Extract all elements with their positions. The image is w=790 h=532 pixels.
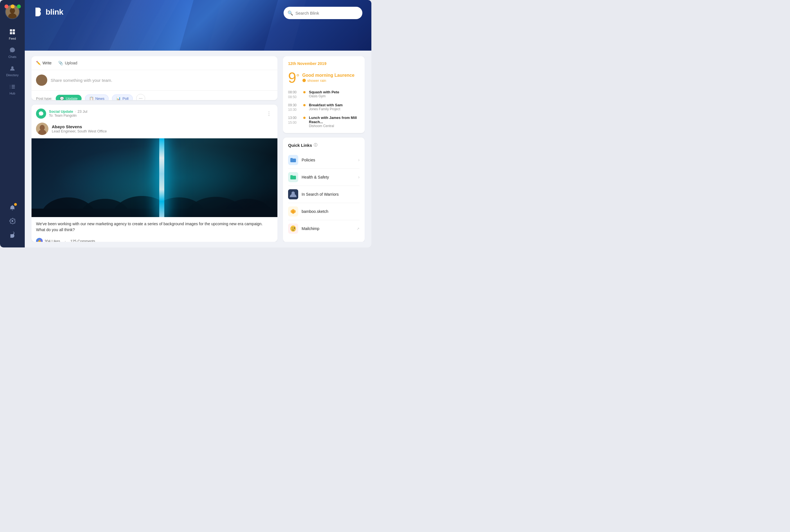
- update-icon: 💬: [60, 96, 64, 100]
- compose-body[interactable]: Share something with your team.: [32, 70, 277, 91]
- maximize-button[interactable]: [17, 4, 21, 8]
- sidebar-item-feed[interactable]: Feed: [2, 26, 22, 43]
- event-item-0: 08:00 08:50 Squash with Pete Oasis Gym: [288, 90, 360, 99]
- quicklink-warriors[interactable]: In Search of Warriors: [288, 186, 360, 203]
- svg-point-7: [11, 66, 14, 69]
- quicklink-policies[interactable]: Policies ›: [288, 152, 360, 169]
- compose-tab-upload[interactable]: 📎 Upload: [58, 60, 77, 66]
- policies-chevron: ›: [358, 157, 360, 163]
- svg-point-1: [10, 8, 15, 14]
- event-item-1: 09:30 10:30 Breakfast with Sam Jones Fam…: [288, 103, 360, 113]
- notifications-button[interactable]: [6, 201, 19, 214]
- sidebar-item-chats[interactable]: Chats: [2, 44, 22, 61]
- post-date: ·: [75, 109, 76, 114]
- blink-logo-icon: [34, 7, 43, 17]
- search-area: 🔍: [283, 7, 362, 19]
- mailchimp-external-icon: ↗: [356, 227, 360, 231]
- directory-icon: [9, 65, 16, 72]
- policies-icon: [288, 155, 298, 165]
- comments-stat: 125 Comments: [70, 239, 95, 242]
- weather-desc: shower rain: [302, 78, 354, 83]
- event-dot-2: [303, 117, 306, 119]
- window-chrome: [4, 4, 21, 8]
- compose-tab-write[interactable]: ✏️ Write: [36, 60, 52, 66]
- sidebar-item-directory[interactable]: Directory: [2, 62, 22, 80]
- svg-point-11: [11, 84, 12, 86]
- svg-rect-3: [10, 29, 12, 32]
- post-type-indicator: [36, 109, 46, 119]
- post-type-news[interactable]: 📋 News: [85, 94, 109, 100]
- bamboo-icon: [288, 206, 298, 216]
- right-column: 12th November 2019 9° Good morning Laure…: [283, 56, 365, 242]
- svg-point-13: [11, 88, 12, 89]
- post-header: Social Update · 23 Jul To: Team Pangolin…: [32, 104, 277, 122]
- main-content: blink 🔍 ✏️ Write: [25, 0, 371, 247]
- weather-row: 9° Good morning Laurence shower rain: [288, 70, 360, 85]
- event-details-2: Lunch with James from Mill Reach... Dish…: [309, 116, 360, 128]
- quicklinks-info-icon: ⓘ: [314, 142, 317, 148]
- header-banner: blink 🔍: [25, 0, 371, 51]
- feed-icon: [9, 29, 16, 36]
- svg-point-41: [291, 227, 292, 230]
- author-name: Abayo Stevens: [52, 124, 107, 129]
- post-author: Abayo Stevens Lead Engineer, South West …: [32, 122, 277, 138]
- post-card: Social Update · 23 Jul To: Team Pangolin…: [32, 104, 277, 242]
- post-date-value: 23 Jul: [78, 109, 88, 114]
- sidebar: Feed Chats Directory: [0, 0, 25, 247]
- quicklink-health-safety[interactable]: Health & Safety ›: [288, 169, 360, 186]
- calendar-day-highlight: 12th: [288, 61, 296, 66]
- settings-button[interactable]: [6, 215, 19, 227]
- quicklink-bamboo[interactable]: bamboo.sketch: [288, 203, 360, 220]
- post-meta: Social Update · 23 Jul To: Team Pangolin: [49, 109, 262, 117]
- post-type-more[interactable]: ···: [136, 94, 145, 100]
- author-info: Abayo Stevens Lead Engineer, South West …: [52, 124, 107, 133]
- app-window: Feed Chats Directory: [0, 0, 371, 247]
- quicklink-mailchimp[interactable]: Mailchimp ↗: [288, 220, 360, 237]
- post-type-update[interactable]: 💬 Update: [56, 95, 81, 100]
- search-input[interactable]: [283, 7, 362, 19]
- weather-temp: 9: [288, 70, 296, 86]
- search-icon: 🔍: [288, 11, 293, 16]
- compose-avatar: [36, 75, 47, 86]
- minimize-button[interactable]: [11, 4, 15, 8]
- sidebar-hub-label: Hub: [10, 92, 15, 95]
- svg-rect-4: [13, 29, 15, 32]
- event-list: 08:00 08:50 Squash with Pete Oasis Gym: [288, 90, 360, 128]
- post-more-button[interactable]: ⋮: [265, 110, 273, 117]
- upload-icon: 📎: [58, 61, 63, 65]
- health-safety-chevron: ›: [358, 175, 360, 180]
- close-button[interactable]: [4, 4, 8, 8]
- blink-logo-text: blink: [45, 7, 63, 17]
- svg-point-12: [11, 86, 12, 88]
- ambient-light: [32, 138, 277, 217]
- sidebar-directory-label: Directory: [6, 73, 19, 77]
- post-type-name: Social Update: [49, 109, 73, 114]
- quicklinks-card: Quick Links ⓘ Policies ›: [283, 137, 365, 242]
- health-safety-label: Health & Safety: [301, 175, 355, 179]
- author-role: Lead Engineer, South West Office: [52, 129, 107, 133]
- calendar-card: 12th November 2019 9° Good morning Laure…: [283, 56, 365, 133]
- quicklinks-title: Quick Links ⓘ: [288, 142, 360, 148]
- blink-icon-button[interactable]: [6, 228, 19, 241]
- bamboo-label: bamboo.sketch: [301, 209, 360, 214]
- post-stats: 👍 304 Likes · 125 Comments: [32, 237, 277, 242]
- warriors-icon: [288, 189, 298, 200]
- svg-point-32: [302, 79, 306, 82]
- sidebar-bottom: [6, 201, 19, 243]
- svg-marker-21: [180, 0, 278, 51]
- post-type-poll[interactable]: 📊 Poll: [112, 94, 133, 100]
- event-dot-0: [303, 91, 306, 93]
- sidebar-nav: Feed Chats Directory: [2, 26, 22, 201]
- event-time-1: 09:30 10:30: [288, 103, 300, 113]
- event-details-0: Squash with Pete Oasis Gym: [309, 90, 360, 98]
- sidebar-chats-label: Chats: [8, 55, 17, 58]
- post-image: [32, 138, 277, 217]
- calendar-date: 12th November 2019: [288, 61, 360, 66]
- event-dot-1: [303, 104, 306, 106]
- feed-column: ✏️ Write 📎 Upload Share something with y…: [32, 56, 277, 242]
- chats-icon: [9, 47, 16, 54]
- compose-card: ✏️ Write 📎 Upload Share something with y…: [32, 56, 277, 100]
- sidebar-item-hub[interactable]: Hub: [2, 81, 22, 98]
- event-time-0: 08:00 08:50: [288, 90, 300, 99]
- likes-stat: 👍 304 Likes: [36, 238, 60, 242]
